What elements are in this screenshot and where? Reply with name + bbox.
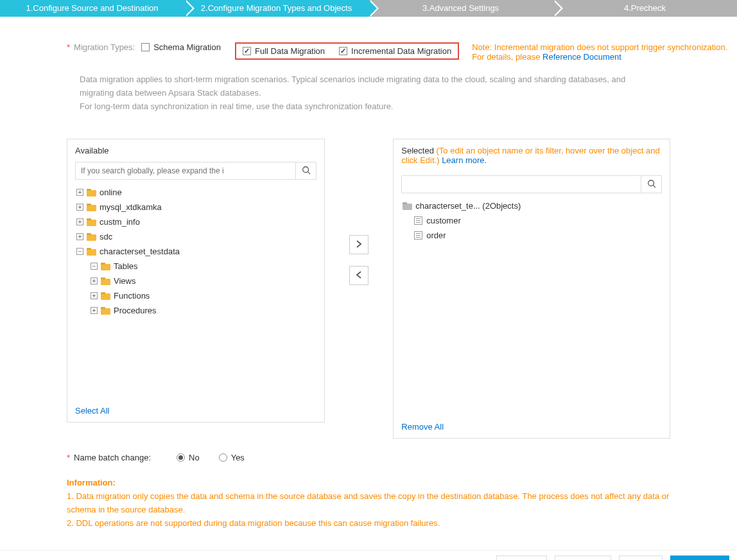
- tree-node[interactable]: characterset_te... (2Objects): [401, 198, 662, 213]
- radio-icon: [177, 453, 185, 462]
- folder-icon: [101, 307, 110, 315]
- folder-icon: [87, 189, 96, 197]
- table-icon: [414, 231, 422, 240]
- checkbox-incremental-data-migration[interactable]: Incremental Data Migration: [339, 46, 451, 56]
- search-icon[interactable]: [295, 162, 316, 179]
- checkbox-label: Incremental Data Migration: [351, 46, 451, 56]
- cancel-button[interactable]: Cancel: [496, 556, 546, 560]
- learn-more-link[interactable]: Learn more.: [442, 155, 487, 165]
- tree-node[interactable]: +Procedures: [89, 303, 316, 318]
- remove-all-link[interactable]: Remove All: [401, 422, 444, 432]
- name-batch-change-row: * Name batch change: No Yes: [0, 445, 737, 462]
- expand-icon[interactable]: +: [76, 204, 83, 211]
- batch-label: Name batch change:: [74, 453, 151, 462]
- selected-search: [401, 175, 662, 193]
- step-3[interactable]: 3.Advanced Settings: [368, 0, 553, 17]
- migration-types-label: Migration Types:: [74, 42, 135, 52]
- available-panel: Available +online +mysql_xtdkamka +custm…: [67, 139, 325, 423]
- folder-icon: [101, 277, 110, 285]
- svg-point-0: [303, 167, 309, 173]
- expand-icon[interactable]: +: [91, 277, 98, 284]
- step-4[interactable]: 4.Precheck: [553, 0, 737, 17]
- selected-panel: Selected (To edit an object name or its …: [393, 139, 670, 439]
- step-2[interactable]: 2.Configure Migration Types and Objects: [184, 0, 368, 17]
- checkbox-icon: [243, 47, 251, 55]
- checkbox-label: Full Data Migration: [255, 46, 325, 56]
- objects-selection-zone: Available +online +mysql_xtdkamka +custm…: [0, 113, 737, 445]
- checkbox-icon: [339, 47, 347, 55]
- highlight-box: Full Data Migration Incremental Data Mig…: [235, 42, 459, 60]
- reference-document-link[interactable]: Reference Document: [542, 52, 621, 62]
- description-text: Data migration applies to short-term mig…: [0, 62, 655, 113]
- tree-node[interactable]: +Functions: [89, 288, 316, 303]
- radio-icon: [219, 453, 227, 462]
- svg-line-3: [653, 186, 655, 188]
- selected-title: Selected: [401, 146, 434, 155]
- info-line-1: 1. Data migration only copies the data a…: [67, 490, 670, 517]
- transfer-arrows: [325, 139, 393, 285]
- step-1[interactable]: 1.Configure Source and Destination: [0, 0, 184, 17]
- information-block: Information: 1. Data migration only copi…: [0, 462, 737, 549]
- tree-node[interactable]: +custm_info: [75, 214, 316, 229]
- tree-node[interactable]: customer: [401, 213, 662, 228]
- expand-icon[interactable]: +: [76, 218, 83, 225]
- checkbox-full-data-migration[interactable]: Full Data Migration: [243, 46, 325, 56]
- precheck-button[interactable]: Precheck: [670, 556, 729, 560]
- radio-yes[interactable]: Yes: [219, 453, 245, 462]
- tree-node[interactable]: −Tables: [89, 259, 316, 274]
- svg-line-1: [308, 172, 310, 175]
- checkbox-icon: [141, 43, 150, 51]
- selected-search-input[interactable]: [402, 176, 641, 193]
- wizard-steps: 1.Configure Source and Destination 2.Con…: [0, 0, 737, 17]
- required-asterisk: *: [67, 42, 70, 52]
- folder-icon: [101, 263, 110, 270]
- required-asterisk: *: [67, 453, 70, 462]
- move-left-button[interactable]: [349, 266, 368, 285]
- tree-node[interactable]: +mysql_xtdkamka: [75, 200, 316, 214]
- folder-icon: [87, 233, 96, 241]
- checkbox-schema-migration[interactable]: Schema Migration: [141, 42, 221, 52]
- info-title: Information:: [67, 477, 670, 490]
- expand-icon[interactable]: +: [76, 189, 83, 196]
- previous-button[interactable]: Previous: [555, 556, 612, 560]
- expand-icon[interactable]: +: [91, 292, 98, 299]
- search-icon[interactable]: [641, 176, 661, 193]
- tree-node[interactable]: +Views: [89, 274, 316, 288]
- note-text: Note: Incremental migration does not sup…: [472, 42, 737, 62]
- selected-tree: characterset_te... (2Objects) customer o…: [394, 198, 670, 243]
- selected-header: Selected (To edit an object name or its …: [394, 139, 670, 171]
- available-tree: +online +mysql_xtdkamka +custm_info +sdc…: [75, 185, 316, 318]
- footer-bar: Cancel Previous Save Precheck: [0, 550, 737, 560]
- tree-node[interactable]: −characterset_testdata: [75, 244, 316, 259]
- move-right-button[interactable]: [349, 235, 368, 254]
- select-all-link[interactable]: Select All: [75, 406, 109, 416]
- collapse-icon[interactable]: −: [76, 248, 83, 255]
- save-button[interactable]: Save: [619, 556, 663, 560]
- info-line-2: 2. DDL operations are not supported duri…: [67, 517, 670, 530]
- table-icon: [414, 216, 422, 225]
- folder-icon: [87, 218, 96, 226]
- folder-icon: [403, 202, 412, 210]
- checkbox-label: Schema Migration: [153, 42, 221, 52]
- migration-types-row: * Migration Types: Schema Migration Full…: [0, 30, 737, 62]
- expand-icon[interactable]: +: [76, 233, 83, 240]
- tree-node[interactable]: +sdc: [75, 229, 316, 244]
- selected-hint: (To edit an object name or its filter, h…: [401, 146, 660, 165]
- tree-node[interactable]: order: [401, 228, 662, 243]
- folder-icon: [101, 292, 110, 300]
- available-title: Available: [67, 139, 324, 162]
- expand-icon[interactable]: +: [91, 307, 98, 314]
- radio-no[interactable]: No: [177, 453, 200, 462]
- svg-point-2: [648, 180, 654, 186]
- available-search-input[interactable]: [76, 162, 295, 179]
- collapse-icon[interactable]: −: [91, 263, 98, 270]
- folder-icon: [87, 204, 96, 211]
- available-search: [75, 162, 316, 180]
- tree-node[interactable]: +online: [75, 185, 316, 200]
- folder-icon: [87, 248, 96, 256]
